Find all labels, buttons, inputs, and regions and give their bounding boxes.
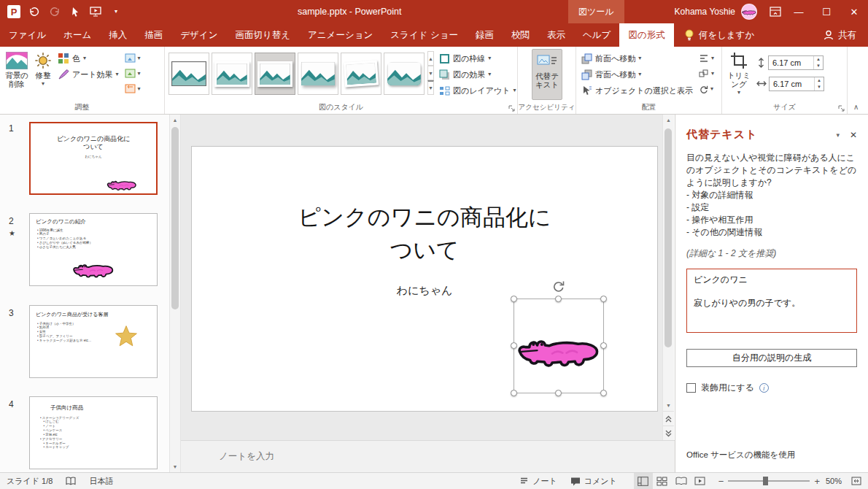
shape-width-input[interactable]: 6.17 cm ▲▼ bbox=[769, 77, 824, 91]
reading-view-button[interactable] bbox=[672, 473, 691, 489]
tab-animations[interactable]: アニメーション bbox=[299, 23, 381, 47]
slide-indicator[interactable]: スライド 1/8 bbox=[0, 473, 59, 489]
send-backward-button[interactable]: 背面へ移動 ▾ bbox=[578, 66, 696, 82]
tab-review[interactable]: 校閲 bbox=[503, 23, 538, 47]
spin-up-icon[interactable]: ▲ bbox=[815, 77, 824, 84]
selection-pane-button[interactable]: オブジェクトの選択と表示 bbox=[578, 82, 696, 99]
pane-options-icon[interactable]: ▾ bbox=[826, 131, 850, 139]
rotate-button[interactable]: ▾ bbox=[697, 81, 716, 96]
shape-height-input[interactable]: 6.17 cm ▲▼ bbox=[768, 55, 824, 70]
scroll-down-icon[interactable]: ▼ bbox=[170, 461, 180, 472]
undo-icon[interactable] bbox=[25, 1, 44, 23]
slide-thumbnail-2[interactable]: ピンクのワニの紹介 1996年夏に誕生 男の子 ワニノコといわれたことがある さ… bbox=[29, 213, 158, 286]
selected-picture[interactable] bbox=[514, 299, 604, 393]
gallery-down-icon[interactable]: ▼ bbox=[427, 66, 434, 80]
group-objects-button[interactable]: ▾ bbox=[697, 66, 716, 81]
tab-view[interactable]: 表示 bbox=[538, 23, 574, 47]
close-button[interactable]: ✕ bbox=[840, 0, 868, 23]
dialog-launcher-icon[interactable] bbox=[838, 105, 845, 112]
slide-title[interactable]: ピンクのワニの商品化に ついて bbox=[192, 201, 657, 266]
resize-handle-s[interactable] bbox=[555, 390, 562, 396]
picture-effects-button[interactable]: 図の効果 ▾ bbox=[436, 66, 519, 82]
checkbox-box[interactable] bbox=[686, 383, 696, 393]
notes-button[interactable]: ノート bbox=[513, 473, 564, 489]
zoom-in-icon[interactable]: + bbox=[814, 476, 820, 487]
alt-text-button[interactable]: 代替テキスト bbox=[532, 49, 562, 100]
picture-style-thumb[interactable] bbox=[384, 53, 425, 95]
bring-forward-button[interactable]: 前面へ移動 ▾ bbox=[578, 50, 696, 66]
remove-background-button[interactable]: 背景の削除 bbox=[2, 49, 31, 100]
alt-text-input[interactable]: ピンクのワニ 寂しがりやの男の子です。 bbox=[686, 269, 857, 333]
resize-handle-sw[interactable] bbox=[511, 390, 517, 396]
decorative-checkbox-row[interactable]: 装飾用にする i bbox=[686, 382, 857, 394]
corrections-button[interactable]: 修整 ▾ bbox=[33, 49, 53, 100]
touch-mouse-mode-icon[interactable] bbox=[66, 1, 85, 23]
spellcheck-icon[interactable] bbox=[59, 473, 82, 489]
zoom-level[interactable]: 50% bbox=[820, 477, 845, 485]
zoom-out-icon[interactable]: − bbox=[718, 476, 724, 487]
slide-thumbnail-1[interactable]: ピンクのワニの商品化に ついて わにちゃん bbox=[29, 122, 158, 195]
tab-slideshow[interactable]: スライド ショー bbox=[381, 23, 467, 47]
slideshow-view-button[interactable] bbox=[691, 473, 710, 489]
qat-customize-icon[interactable]: ▾ bbox=[106, 1, 125, 23]
picture-style-thumb[interactable] bbox=[168, 53, 209, 95]
scroll-down-icon[interactable]: ▼ bbox=[663, 400, 674, 411]
slide-sorter-view-button[interactable] bbox=[653, 473, 672, 489]
user-name[interactable]: Kohama Yoshie bbox=[675, 7, 735, 17]
ribbon-display-options-icon[interactable] bbox=[766, 1, 785, 23]
contextual-tab-group-label[interactable]: 図ツール bbox=[568, 0, 624, 23]
resize-handle-se[interactable] bbox=[600, 390, 607, 396]
scrollbar-thumb[interactable] bbox=[664, 128, 672, 347]
spin-down-icon[interactable]: ▼ bbox=[814, 63, 823, 69]
gallery-up-icon[interactable]: ▲ bbox=[427, 51, 434, 66]
slide-thumbnail-4[interactable]: 子供向け商品 ステーショナリーグッズ けしごむ ノート ペンケース 定規.etc… bbox=[29, 396, 158, 469]
spinner-arrows[interactable]: ▲▼ bbox=[813, 56, 823, 69]
artistic-effects-button[interactable]: アート効果 ▾ bbox=[55, 66, 122, 82]
share-button[interactable]: 共有 bbox=[812, 23, 868, 47]
tell-me-box[interactable]: 何をしますか bbox=[684, 23, 754, 47]
thumbnail-scrollbar[interactable]: ▲ ▼ bbox=[169, 115, 181, 472]
start-slideshow-icon[interactable] bbox=[86, 1, 105, 23]
croc-image[interactable] bbox=[516, 327, 601, 369]
scrollbar-track[interactable] bbox=[663, 126, 674, 400]
change-picture-button[interactable]: ▾ bbox=[123, 66, 142, 81]
picture-style-thumb[interactable] bbox=[298, 53, 338, 95]
spin-down-icon[interactable]: ▼ bbox=[815, 84, 824, 91]
picture-layout-button[interactable]: 図のレイアウト ▾ bbox=[436, 82, 519, 99]
generate-description-button[interactable]: 自分用の説明の生成 bbox=[686, 349, 857, 367]
collapse-ribbon-button[interactable]: ∧ bbox=[848, 47, 868, 114]
notes-area[interactable]: ノートを入力 bbox=[181, 440, 675, 472]
pane-close-icon[interactable]: ✕ bbox=[850, 130, 857, 140]
tab-help[interactable]: ヘルプ bbox=[574, 23, 619, 47]
resize-handle-n[interactable] bbox=[555, 296, 562, 302]
resize-handle-w[interactable] bbox=[511, 342, 517, 349]
comments-button[interactable]: コメント bbox=[564, 473, 624, 489]
spinner-arrows[interactable]: ▲▼ bbox=[814, 77, 824, 91]
gallery-more-icon[interactable]: ▼ bbox=[427, 80, 434, 95]
align-button[interactable]: ▾ bbox=[697, 50, 716, 66]
scroll-up-icon[interactable]: ▲ bbox=[170, 115, 180, 126]
crop-button[interactable]: トリミング ▾ bbox=[724, 49, 753, 100]
slide-scrollbar[interactable]: ▲ ▼ bbox=[662, 115, 674, 440]
tab-picture-format[interactable]: 図の形式 bbox=[619, 23, 673, 47]
previous-slide-button[interactable] bbox=[663, 411, 674, 426]
slide-thumbnail-3[interactable]: ピンクのワニ商品が受ける客層 子供向け（小・中学生） 乳幼児 女性 親子ペア、フ… bbox=[29, 305, 158, 378]
tab-transitions[interactable]: 画面切り替え bbox=[226, 23, 299, 47]
picture-style-thumb[interactable] bbox=[341, 53, 381, 95]
reset-picture-button[interactable]: ▾ bbox=[123, 81, 142, 96]
tab-draw[interactable]: 描画 bbox=[136, 23, 171, 47]
tab-insert[interactable]: 挿入 bbox=[100, 23, 136, 47]
color-button[interactable]: 色 ▾ bbox=[55, 50, 122, 66]
scroll-up-icon[interactable]: ▲ bbox=[663, 115, 674, 126]
picture-border-button[interactable]: 図の枠線 ▾ bbox=[436, 50, 519, 66]
spin-up-icon[interactable]: ▲ bbox=[814, 56, 823, 63]
tab-file[interactable]: ファイル bbox=[0, 23, 55, 47]
tab-design[interactable]: デザイン bbox=[171, 23, 226, 47]
resize-handle-ne[interactable] bbox=[600, 296, 607, 302]
zoom-slider-thumb[interactable] bbox=[763, 477, 768, 485]
zoom-slider[interactable] bbox=[728, 480, 810, 482]
dialog-launcher-icon[interactable] bbox=[508, 105, 515, 112]
picture-style-thumb[interactable] bbox=[212, 53, 252, 95]
slide-subtitle[interactable]: わにちゃん bbox=[192, 284, 657, 298]
info-icon[interactable]: i bbox=[759, 383, 769, 393]
